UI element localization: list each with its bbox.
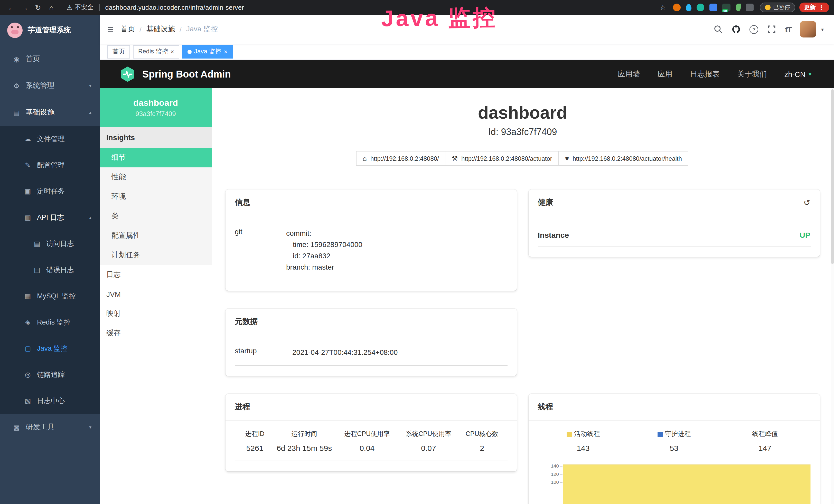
sidebar-item-access-log[interactable]: ▤ 访问日志 xyxy=(0,231,100,257)
instance-health-link[interactable]: ♥ http://192.168.0.2:48080/actuator/heal… xyxy=(558,151,688,166)
locale-label: zh-CN xyxy=(785,70,806,78)
sba-nav-applications[interactable]: 应用 xyxy=(658,69,673,79)
app-logo[interactable]: 芋道管理系统 xyxy=(0,15,100,46)
redis-icon: ◈ xyxy=(24,318,32,326)
tab-java-monitor[interactable]: Java 监控 × xyxy=(182,45,233,58)
sba-item-logs[interactable]: 日志 xyxy=(100,265,212,284)
home-icon[interactable]: ⌂ xyxy=(45,3,58,12)
instance-actuator-link[interactable]: ⚒ http://192.168.0.2:48080/actuator xyxy=(445,151,559,166)
scrollbar-thumb[interactable] xyxy=(831,89,833,264)
info-card: 信息 git commit: time: 1596289704000 id: 2… xyxy=(225,189,517,291)
fullscreen-icon[interactable] xyxy=(767,25,776,34)
github-icon[interactable] xyxy=(732,25,741,34)
tab-label: Redis 监控 xyxy=(138,47,168,56)
legend-swatch-yellow xyxy=(566,432,571,437)
metadata-card-title: 元数据 xyxy=(225,308,517,335)
extension-icon-orange[interactable] xyxy=(673,4,681,11)
sba-brand[interactable]: Spring Boot Admin xyxy=(119,66,231,83)
sidebar-item-infrastructure[interactable]: ▤ 基础设施 ▴ xyxy=(0,99,100,126)
hamburger-icon[interactable]: ≡ xyxy=(107,23,113,35)
sba-item-config-props[interactable]: 配置属性 xyxy=(100,226,212,246)
info-git-row: git commit: time: 1596289704000 id: 27aa… xyxy=(235,228,507,280)
security-chip[interactable]: ⚠ 不安全 xyxy=(67,3,93,12)
tab-home[interactable]: 首页 xyxy=(107,45,130,58)
sidebar-item-redis-monitor[interactable]: ◈ Redis 监控 xyxy=(0,309,100,335)
sidebar-item-scheduled-tasks[interactable]: ▣ 定时任务 xyxy=(0,178,100,204)
sba-item-mappings[interactable]: 映射 xyxy=(100,304,212,323)
sidebar-item-system[interactable]: ⚙ 系统管理 ▾ xyxy=(0,72,100,99)
extension-icon-puzzle[interactable] xyxy=(746,4,753,11)
sba-item-jvm[interactable]: JVM xyxy=(100,284,212,304)
sba-brand-title: Spring Boot Admin xyxy=(142,69,231,80)
paused-badge[interactable]: 已暂停 xyxy=(760,3,795,12)
history-icon[interactable]: ↺ xyxy=(804,198,810,207)
extension-icon-blue-grid[interactable] xyxy=(709,4,717,11)
sidebar-item-file-management[interactable]: ☁ 文件管理 xyxy=(0,126,100,152)
security-label: 不安全 xyxy=(75,3,93,12)
sba-item-details[interactable]: 细节 xyxy=(100,148,212,167)
close-icon[interactable]: × xyxy=(224,48,227,55)
sidebar-menu: ◉ 首页 ⚙ 系统管理 ▾ ▤ 基础设施 ▴ ☁ 文件管理 xyxy=(0,46,100,441)
link-url: http://192.168.0.2:48080/ xyxy=(370,155,439,162)
cell-value: 0.04 xyxy=(334,444,400,452)
back-icon[interactable]: ← xyxy=(5,3,18,12)
address-bar[interactable]: dashboard.yudao.iocoder.cn/infra/admin-s… xyxy=(105,4,244,11)
svg-text:140: 140 xyxy=(551,464,559,468)
sba-navbar: Spring Boot Admin 应用墙 应用 日志报表 关于我们 zh-CN… xyxy=(100,60,834,88)
health-status-badge: UP xyxy=(799,231,810,239)
sba-instance-header[interactable]: dashboard 93a3fc7f7409 xyxy=(100,88,212,127)
user-avatar[interactable] xyxy=(800,21,816,38)
tab-redis-monitor[interactable]: Redis 监控 × xyxy=(133,45,179,58)
forward-icon[interactable]: → xyxy=(19,3,31,12)
sidebar-item-config-management[interactable]: ✎ 配置管理 xyxy=(0,152,100,178)
browser-update-button[interactable]: 更新 ⋮ xyxy=(799,3,829,12)
app-title: 芋道管理系统 xyxy=(28,26,71,35)
breadcrumb-home[interactable]: 首页 xyxy=(120,25,135,34)
sba-menu: 应用墙 应用 日志报表 关于我们 zh-CN ▾ xyxy=(618,69,811,79)
sidebar-item-log-center[interactable]: ▧ 日志中心 xyxy=(0,388,100,414)
cell-value: 0.07 xyxy=(400,444,457,452)
scrollbar-track[interactable] xyxy=(830,88,834,504)
chevron-down-icon[interactable]: ▾ xyxy=(821,26,824,32)
health-instance-row[interactable]: Instance UP xyxy=(538,231,811,247)
sba-nav-journal[interactable]: 日志报表 xyxy=(690,69,720,79)
sba-item-classes[interactable]: 类 xyxy=(100,206,212,226)
close-icon[interactable]: × xyxy=(171,48,174,55)
extension-icon-leaf[interactable] xyxy=(736,4,741,11)
sba-nav-about[interactable]: 关于我们 xyxy=(737,69,767,79)
process-table: 进程ID 运行时间 进程CPU使用率 系统CPU使用率 CPU核心数 5261 … xyxy=(235,430,507,461)
info-key: git xyxy=(235,228,286,273)
health-card-title: 健康 xyxy=(538,198,553,207)
spring-boot-admin-logo-icon xyxy=(119,66,136,83)
smiley-icon xyxy=(765,5,771,10)
sba-item-scheduled-tasks[interactable]: 计划任务 xyxy=(100,246,212,265)
info-card-title: 信息 xyxy=(225,189,517,216)
sba-locale-selector[interactable]: zh-CN ▾ xyxy=(785,70,811,78)
cell-value: 6d 23h 15m 59s xyxy=(275,444,334,452)
help-icon[interactable]: ? xyxy=(750,25,759,33)
sidebar-item-dev-tools[interactable]: ▩ 研发工具 ▾ xyxy=(0,414,100,441)
breadcrumb-infrastructure[interactable]: 基础设施 xyxy=(146,25,175,34)
sba-item-caches[interactable]: 缓存 xyxy=(100,323,212,343)
infrastructure-submenu: ☁ 文件管理 ✎ 配置管理 ▣ 定时任务 ▥ API 日志 ▴ xyxy=(0,126,100,414)
instance-home-link[interactable]: ⌂ http://192.168.0.2:48080/ xyxy=(356,151,446,166)
sidebar-item-mysql-monitor[interactable]: ▦ MySQL 监控 xyxy=(0,283,100,309)
sidebar-item-error-log[interactable]: ▤ 错误日志 xyxy=(0,257,100,283)
sba-nav-wallboard[interactable]: 应用墙 xyxy=(618,69,640,79)
extension-icon-on-switch[interactable]: on xyxy=(722,4,730,11)
sidebar-item-home[interactable]: ◉ 首页 xyxy=(0,46,100,72)
sidebar-item-api-log[interactable]: ▥ API 日志 ▴ xyxy=(0,204,100,231)
sba-item-metrics[interactable]: 性能 xyxy=(100,167,212,187)
extension-icon-teal[interactable] xyxy=(697,4,704,11)
bookmark-star-icon[interactable]: ☆ xyxy=(660,4,666,11)
reload-icon[interactable]: ↻ xyxy=(32,3,44,12)
search-icon[interactable] xyxy=(714,25,723,34)
extension-icon-drop[interactable] xyxy=(686,4,692,11)
active-dot-icon xyxy=(188,49,192,54)
sba-item-environment[interactable]: 环境 xyxy=(100,187,212,206)
sidebar-item-tracing[interactable]: ◎ 链路追踪 xyxy=(0,362,100,388)
sidebar-item-java-monitor[interactable]: ▢ Java 监控 xyxy=(0,335,100,362)
pig-logo-icon xyxy=(7,23,23,38)
font-size-icon[interactable]: tT xyxy=(785,25,791,33)
chevron-down-icon: ▾ xyxy=(89,83,91,88)
